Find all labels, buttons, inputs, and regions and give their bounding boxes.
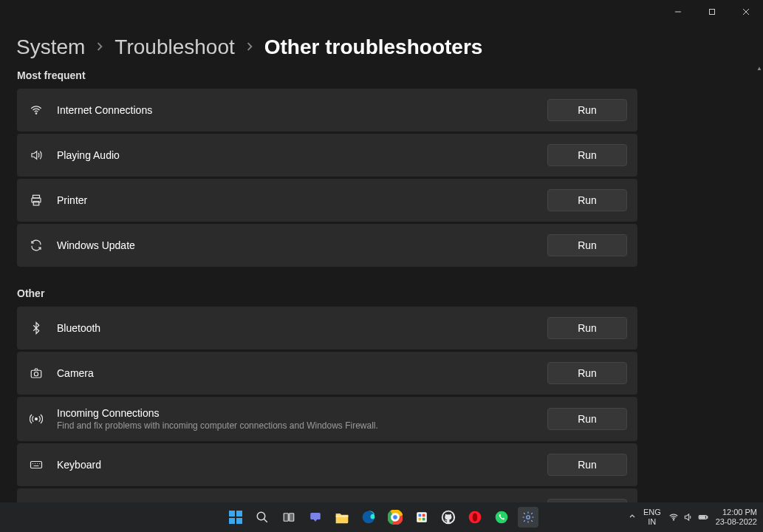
troubleshooter-title: Playing Audio	[57, 149, 547, 161]
breadcrumb-current: Other troubleshooters	[264, 35, 483, 59]
taskbar-edge[interactable]	[358, 507, 379, 528]
svg-rect-26	[284, 514, 288, 522]
run-button[interactable]: Run	[547, 144, 627, 166]
svg-point-44	[472, 513, 477, 522]
troubleshooter-row-printer: Printer Run	[17, 179, 637, 222]
svg-rect-11	[31, 462, 42, 468]
troubleshooter-title: Bluetooth	[57, 322, 547, 334]
svg-rect-37	[417, 512, 427, 522]
svg-line-25	[264, 519, 267, 522]
scroll-up-indicator[interactable]: ▲	[756, 65, 762, 72]
svg-rect-38	[418, 514, 421, 517]
section-heading-other: Other	[17, 287, 637, 299]
keyboard-icon	[27, 456, 45, 474]
tray-language[interactable]: ENG IN	[643, 508, 661, 526]
svg-rect-7	[33, 202, 39, 205]
svg-point-10	[35, 418, 38, 420]
content-scroll[interactable]: Most frequent Internet Connections Run P…	[17, 69, 756, 502]
troubleshooter-row-internet-connections: Internet Connections Run	[17, 89, 637, 132]
svg-rect-1	[710, 10, 715, 15]
svg-point-9	[34, 372, 38, 376]
troubleshooter-title: Printer	[57, 194, 547, 206]
troubleshooter-title: Keyboard	[57, 459, 547, 471]
run-button[interactable]: Run	[547, 99, 627, 121]
svg-rect-8	[31, 370, 41, 378]
chevron-right-icon	[95, 41, 104, 54]
battery-tray-icon	[698, 512, 708, 522]
troubleshooter-row-keyboard: Keyboard Run	[17, 443, 637, 486]
volume-tray-icon	[683, 512, 694, 522]
tray-clock[interactable]: 12:00 PM 23-08-2022	[716, 508, 757, 526]
svg-point-46	[526, 516, 530, 519]
troubleshooter-title: Internet Connections	[57, 104, 547, 116]
bluetooth-icon	[27, 319, 45, 337]
chevron-right-icon	[245, 41, 254, 54]
maximize-button[interactable]	[695, 0, 729, 24]
section-heading-most-frequent: Most frequent	[17, 69, 637, 81]
troubleshooter-title: Incoming Connections	[57, 407, 547, 419]
speaker-icon	[27, 146, 45, 164]
troubleshooter-row-network-adapter: Network Adapter Run	[17, 488, 637, 502]
run-button[interactable]: Run	[547, 454, 627, 476]
breadcrumb-system[interactable]: System	[16, 35, 85, 59]
svg-rect-21	[236, 511, 242, 516]
svg-rect-49	[706, 516, 707, 518]
tray-time: 12:00 PM	[716, 508, 757, 517]
taskbar-store[interactable]	[411, 507, 432, 528]
svg-rect-22	[229, 518, 235, 524]
run-button[interactable]: Run	[547, 317, 627, 339]
taskbar-settings[interactable]	[518, 507, 538, 528]
taskbar-explorer[interactable]	[332, 507, 352, 528]
run-button[interactable]: Run	[547, 408, 627, 430]
troubleshooter-row-incoming-connections: Incoming Connections Find and fix proble…	[17, 397, 637, 441]
run-button[interactable]: Run	[547, 234, 627, 256]
wifi-tray-icon	[668, 512, 679, 522]
troubleshooter-row-camera: Camera Run	[17, 352, 637, 395]
run-button[interactable]: Run	[547, 362, 627, 384]
svg-rect-29	[335, 516, 348, 518]
svg-rect-27	[289, 514, 293, 522]
svg-point-47	[673, 519, 674, 520]
tray-overflow-button[interactable]	[629, 513, 636, 522]
refresh-icon	[27, 236, 45, 254]
taskbar-whatsapp[interactable]	[491, 507, 512, 528]
taskbar: ENG IN 12:00 PM 23-08-2022	[0, 502, 763, 532]
tray-lang-top: ENG	[643, 508, 661, 517]
taskbar-taskview[interactable]	[278, 507, 299, 528]
breadcrumb: System Troubleshoot Other troubleshooter…	[16, 35, 482, 59]
tray-date: 23-08-2022	[716, 517, 757, 527]
troubleshooter-title: Windows Update	[57, 239, 547, 251]
taskbar-chrome[interactable]	[385, 507, 406, 528]
broadcast-icon	[27, 410, 45, 428]
svg-rect-28	[310, 513, 321, 519]
troubleshooter-title: Camera	[57, 367, 547, 379]
svg-rect-20	[229, 511, 235, 516]
printer-icon	[27, 191, 45, 209]
taskbar-chat[interactable]	[305, 507, 326, 528]
svg-point-4	[35, 113, 37, 115]
taskbar-opera[interactable]	[465, 507, 485, 528]
svg-point-24	[257, 512, 265, 520]
taskbar-search[interactable]	[252, 507, 273, 528]
troubleshooter-row-windows-update: Windows Update Run	[17, 224, 637, 267]
svg-rect-23	[236, 518, 242, 524]
svg-rect-41	[422, 518, 425, 521]
wifi-icon	[27, 101, 45, 119]
svg-rect-40	[418, 518, 421, 521]
taskbar-start[interactable]	[225, 507, 246, 528]
breadcrumb-troubleshoot[interactable]: Troubleshoot	[114, 35, 234, 59]
run-button[interactable]: Run	[547, 189, 627, 211]
tray-status-icons[interactable]	[668, 512, 708, 522]
camera-icon	[27, 364, 45, 382]
troubleshooter-row-bluetooth: Bluetooth Run	[17, 307, 637, 349]
svg-rect-39	[422, 514, 425, 517]
troubleshooter-row-playing-audio: Playing Audio Run	[17, 134, 637, 177]
taskbar-github[interactable]	[438, 507, 459, 528]
svg-point-45	[495, 511, 507, 524]
svg-rect-50	[699, 516, 705, 518]
close-button[interactable]	[729, 0, 763, 24]
troubleshooter-desc: Find and fix problems with incoming comp…	[57, 420, 547, 431]
tray-lang-bottom: IN	[643, 517, 661, 527]
minimize-button[interactable]	[661, 0, 695, 24]
